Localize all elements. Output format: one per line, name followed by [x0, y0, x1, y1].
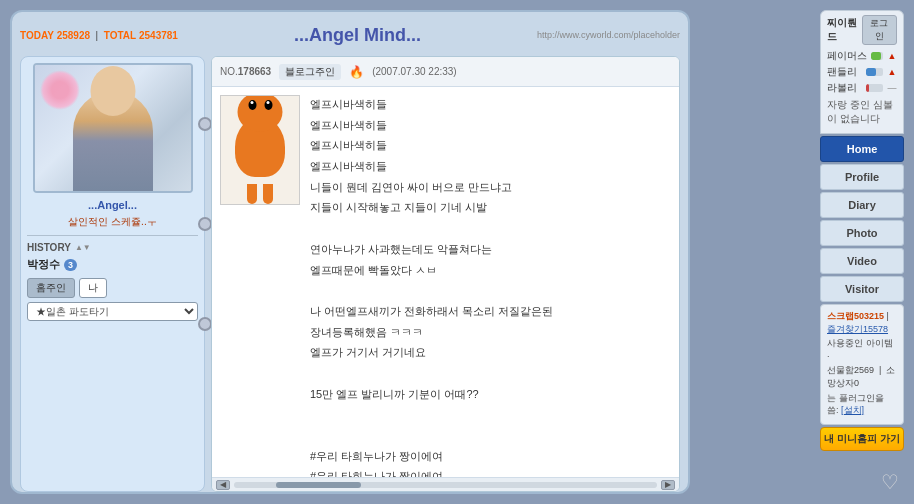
- friend-row: 팬들리 ▲: [827, 65, 897, 79]
- friend-indicator: —: [887, 83, 897, 93]
- post-text-line: 나 어떤엘프새끼가 전화하래서 목소리 저질같은된: [310, 302, 671, 321]
- post-text-line: [310, 219, 671, 238]
- post-header: NO.178663 블로그주인 🔥 (2007.07.30 22:33): [212, 57, 679, 87]
- post-image: [220, 95, 300, 205]
- post-text-line: 엘프때문에 빡돌았다 ㅅㅂ: [310, 261, 671, 280]
- tab-visitor[interactable]: Visitor: [820, 276, 904, 302]
- tab-profile[interactable]: Profile: [820, 164, 904, 190]
- divider-top: [27, 235, 198, 236]
- main-content: NO.178663 블로그주인 🔥 (2007.07.30 22:33): [211, 56, 680, 492]
- today-value: 258928: [57, 30, 90, 41]
- blog-url: http://www.cyworld.com/placeholder: [537, 30, 680, 40]
- owner-button[interactable]: 홈주인: [27, 278, 75, 298]
- scroll-track[interactable]: [234, 482, 657, 488]
- login-button[interactable]: 로그인: [862, 15, 897, 45]
- friend-bar: [871, 52, 881, 60]
- status-text: 자랑 중인 심볼이 없습니다: [827, 98, 897, 126]
- stats-gifts: 선물함2569 | 소망상자0: [827, 364, 897, 389]
- stats-scraps: 스크랩503215 | 즐겨찾기15578: [827, 310, 897, 335]
- post-text-line: 연아누나가 사과했는데도 악플쳐다는: [310, 240, 671, 259]
- scroll-right-btn[interactable]: ▶: [661, 480, 675, 490]
- ring-mid: [198, 217, 212, 231]
- friend-bar-container: [871, 52, 883, 60]
- post-text-line: [310, 405, 671, 424]
- nickname: ...Angel...: [27, 199, 198, 211]
- scraps-value: 스크랩503215: [827, 311, 884, 321]
- profile-photo: [33, 63, 193, 193]
- user-name-row: 박정수 3: [27, 257, 198, 272]
- today-label: TODAY: [20, 30, 54, 41]
- friend-bar: [866, 68, 876, 76]
- post-text-line: #우리 타희누나가 짱이에여: [310, 447, 671, 466]
- photo-flowers-decoration: [40, 70, 80, 110]
- friend-bar-container: [866, 84, 883, 92]
- post-date: (2007.07.30 22:33): [372, 66, 457, 77]
- stats-user-items: 사용중인 아이템 ·: [827, 337, 897, 362]
- horizontal-scrollbar[interactable]: ◀ ▶: [212, 477, 679, 491]
- monster-body: [235, 117, 285, 177]
- scroll-thumb[interactable]: [276, 482, 361, 488]
- owner-visitor-row: 홈주인 나: [27, 278, 198, 298]
- total-value: 2543781: [139, 30, 178, 41]
- scroll-left-btn[interactable]: ◀: [216, 480, 230, 490]
- visitor-button[interactable]: 나: [79, 278, 107, 298]
- friend-name: 팬들리: [827, 65, 862, 79]
- friend-panel-header: 찌이뤈드 로그인: [827, 15, 897, 45]
- monster-eye-left: [248, 100, 256, 110]
- main-container: TODAY 258928 | TOTAL 2543781 ...Angel Mi…: [10, 10, 690, 494]
- blog-title: ...Angel Mind...: [188, 25, 527, 46]
- friend-row: 페이머스 ▲: [827, 49, 897, 63]
- tab-home[interactable]: Home: [820, 136, 904, 162]
- friend-indicator: ▲: [887, 67, 897, 77]
- post-no-label: NO.178663: [220, 66, 271, 77]
- post-text-line: [310, 426, 671, 445]
- friend-panel: 찌이뤈드 로그인 페이머스 ▲ 팬들리 ▲ 라볼리 — 자랑 중인 심볼이 없습…: [820, 10, 904, 134]
- post-text-line: 장녀등록해했음 ㅋㅋㅋ: [310, 323, 671, 342]
- post-text-line: 엘프가 거기서 거기네요: [310, 343, 671, 362]
- post-body[interactable]: 엘프시바색히들엘프시바색히들엘프시바색히들엘프시바색히들니들이 뭔데 김연아 싸…: [212, 87, 679, 477]
- plugin-link[interactable]: [설치]: [841, 405, 864, 415]
- post-text-line: 15만 엘프 발리니까 기분이 어때??: [310, 385, 671, 404]
- gifts-text: 선물함2569: [827, 365, 874, 375]
- post-author: 블로그주인: [279, 64, 341, 80]
- friend-panel-title: 찌이뤈드: [827, 16, 862, 44]
- user-name: 박정수: [27, 257, 60, 272]
- blog-dropdown[interactable]: ★일촌 파도타기: [27, 302, 198, 321]
- dropdown-row: ★일촌 파도타기: [27, 302, 198, 321]
- ring-top: [198, 117, 212, 131]
- monster-head: [238, 95, 283, 132]
- history-header: HISTORY ▲▼: [27, 242, 198, 253]
- friend-indicator: ▲: [887, 51, 897, 61]
- post-text-line: 엘프시바색히들: [310, 157, 671, 176]
- schedule-text: 살인적인 스케쥴..ㅜ: [27, 215, 198, 229]
- history-section: HISTORY ▲▼ 박정수 3 홈주인 나 ★일촌 파도타기: [27, 242, 198, 321]
- post-text-area: 엘프시바색히들엘프시바색히들엘프시바색히들엘프시바색히들니들이 뭔데 김연아 싸…: [310, 95, 671, 469]
- saved-value[interactable]: 즐겨찾기15578: [827, 324, 888, 334]
- monster-leg-left: [247, 184, 257, 204]
- friend-name: 라볼리: [827, 81, 862, 95]
- stats-panel: 스크랩503215 | 즐겨찾기15578 사용중인 아이템 · 선물함2569…: [820, 304, 904, 425]
- tab-diary[interactable]: Diary: [820, 192, 904, 218]
- profile-photo-inner: [35, 65, 191, 191]
- history-label: HISTORY: [27, 242, 71, 253]
- friend-row: 라볼리 —: [827, 81, 897, 95]
- friend-bar-container: [866, 68, 883, 76]
- total-label: TOTAL: [104, 30, 136, 41]
- friend-bar: [866, 84, 869, 92]
- friend-rows: 페이머스 ▲ 팬들리 ▲ 라볼리 —: [827, 49, 897, 95]
- tab-video[interactable]: Video: [820, 248, 904, 274]
- stats-plugin: 는 플러그인을 씀: [설치]: [827, 392, 897, 417]
- tab-photo[interactable]: Photo: [820, 220, 904, 246]
- monster-eyes: [248, 100, 272, 110]
- friend-name: 페이머스: [827, 49, 867, 63]
- post-text-line: #우리 타희누나가 짱이에여: [310, 467, 671, 477]
- heart-icon: ♡: [876, 468, 904, 496]
- nav-tabs: HomeProfileDiaryPhotoVideoVisitor: [820, 136, 904, 302]
- monster-eye-right: [264, 100, 272, 110]
- post-text-line: 엘프시바색히들: [310, 95, 671, 114]
- post-text-line: [310, 281, 671, 300]
- mini-home-button[interactable]: 내 미니홈피 가기: [820, 427, 904, 451]
- user-items-text: 사용중인 아이템 ·: [827, 338, 893, 361]
- header-bar: TODAY 258928 | TOTAL 2543781 ...Angel Mi…: [20, 20, 680, 50]
- post-text-line: 니들이 뭔데 김연아 싸이 버으로 만드냐고: [310, 178, 671, 197]
